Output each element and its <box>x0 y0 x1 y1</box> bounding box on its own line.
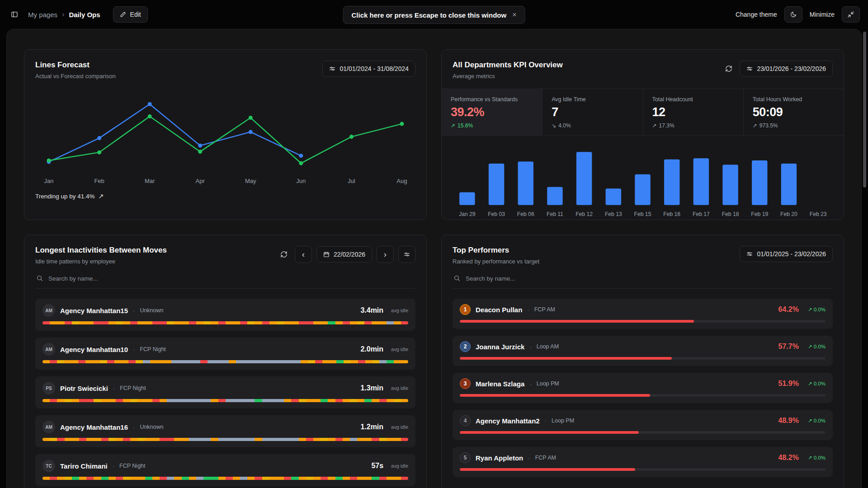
search-input[interactable] <box>48 275 415 282</box>
date-range-button[interactable]: 01/01/2025 - 23/02/2026 <box>740 246 833 262</box>
idle-row[interactable]: TC Tariro Chimani · FCP Night 57s avg id… <box>35 454 415 486</box>
kpi-delta: ↗ 15.6% <box>451 122 533 129</box>
idle-unit: avg idle <box>391 308 408 313</box>
svg-text:Jan 29: Jan 29 <box>459 211 476 217</box>
lines-forecast-chart: JanFebMarAprMayJunJulAug <box>35 89 415 187</box>
theme-toggle-button[interactable] <box>784 6 802 23</box>
idle-value: 1.2min <box>360 423 383 431</box>
sliders-icon <box>746 251 753 257</box>
breadcrumb-current: Daily Ops <box>69 11 100 19</box>
performance-delta: ↗ 0.0% <box>808 418 826 424</box>
idle-row[interactable]: AM Agency Manhattan10 · FCP Night 2.0min… <box>35 338 415 370</box>
svg-text:Feb 06: Feb 06 <box>517 211 534 217</box>
kpi-card-idle-time[interactable]: Avg Idle Time 7 ↘ 4.0% <box>542 89 642 135</box>
performance-value: 51.9% <box>778 380 799 388</box>
svg-text:Jul: Jul <box>348 178 355 184</box>
svg-text:Feb: Feb <box>94 178 104 184</box>
performer-row[interactable]: 4 Agency Manhattan2 · Loop PM 48.9% ↗ 0.… <box>453 410 833 440</box>
edit-button-label: Edit <box>130 11 141 18</box>
chart-footer: Trending up by 41.4% ↗ <box>35 192 415 200</box>
performance-delta: ↗ 0.0% <box>808 306 826 313</box>
employee-name: Ryan Appleton <box>476 454 523 462</box>
dot-separator: · <box>133 307 135 314</box>
sidebar-toggle-button[interactable] <box>8 8 21 21</box>
rank-badge: 3 <box>460 378 471 389</box>
kpi-bar-chart: Jan 29Feb 03Feb 06Feb 11Feb 12Feb 13Feb … <box>453 143 833 220</box>
department: Unknown <box>140 307 163 314</box>
performer-row[interactable]: 2 Joanna Jurzick · Loop AM 57.7% ↗ 0.0% <box>453 336 833 366</box>
idle-row[interactable]: AM Agency Manhattan16 · Unknown 1.2min a… <box>35 415 415 447</box>
pencil-icon <box>120 11 126 18</box>
collapse-window-button[interactable] <box>842 6 860 23</box>
rank-badge: 2 <box>460 341 471 352</box>
performer-row[interactable]: 5 Ryan Appleton · FCP AM 48.2% ↗ 0.0% <box>453 447 833 477</box>
dot-separator: · <box>133 424 135 431</box>
moon-icon <box>790 11 797 18</box>
close-window-banner[interactable]: Click here or press Escape to close this… <box>343 6 525 24</box>
department: FCP Night <box>120 385 146 391</box>
next-day-button[interactable]: › <box>377 246 394 263</box>
refresh-button[interactable] <box>278 248 290 261</box>
date-range-button[interactable]: 23/01/2026 - 23/02/2026 <box>740 61 833 77</box>
previous-day-button[interactable]: ‹ <box>295 246 312 263</box>
panel-subtitle: Idle time patterns by employee <box>35 258 167 265</box>
edit-button[interactable]: Edit <box>113 6 148 23</box>
performer-row[interactable]: 1 Deacon Pullan · FCP AM 64.2% ↗ 0.0% <box>453 299 833 329</box>
change-theme-button[interactable]: Change theme <box>736 11 777 18</box>
svg-text:Jun: Jun <box>296 178 306 184</box>
performance-bar-track <box>460 468 826 471</box>
kpi-delta-value: 4.0% <box>558 122 571 129</box>
idle-value: 3.4min <box>360 306 383 314</box>
panel-subtitle: Average metrics <box>453 73 563 80</box>
breadcrumb-parent[interactable]: My pages <box>28 11 57 19</box>
idle-row[interactable]: PS Piotr Swiecicki · FCP Night 1.3min av… <box>35 376 415 408</box>
kpi-card-headcount[interactable]: Total Headcount 12 ↗ 17.3% <box>643 89 743 135</box>
svg-text:Aug: Aug <box>396 178 407 184</box>
idle-unit: avg idle <box>391 385 408 391</box>
idle-value: 2.0min <box>360 345 383 353</box>
employee-name: Agency Manhattan15 <box>60 307 128 314</box>
rank-badge: 5 <box>460 452 471 463</box>
idle-row[interactable]: AM Agency Manhattan15 · Unknown 3.4min a… <box>35 299 415 331</box>
panel-top-performers: Top Performers Ranked by performance vs … <box>441 235 844 488</box>
idle-value: 57s <box>371 462 383 470</box>
rank-badge: 1 <box>460 304 471 315</box>
panel-title: Top Performers <box>453 246 539 255</box>
kpi-card-hours-worked[interactable]: Total Hours Worked 50:09 ↗ 973.5% <box>743 89 844 135</box>
scrollbar-thumb[interactable] <box>863 32 866 188</box>
department: Loop AM <box>537 343 559 350</box>
avatar: PS <box>42 382 55 394</box>
performance-value: 48.9% <box>778 417 799 425</box>
calendar-icon <box>323 251 330 258</box>
department: FCP Night <box>140 346 165 352</box>
date-picker-button[interactable]: 22/02/2026 <box>316 246 372 263</box>
refresh-button[interactable] <box>722 62 735 75</box>
minimize-button[interactable]: Minimize <box>810 11 835 18</box>
kpi-delta-value: 973.5% <box>760 122 778 129</box>
employee-name: Marlena Szlaga <box>476 380 524 388</box>
performance-bar-fill <box>460 320 694 323</box>
panel-kpi-overview: All Departments KPI Overview Average met… <box>441 49 844 220</box>
idle-unit: avg idle <box>391 463 408 469</box>
panel-subtitle: Actual vs Forecast comparison <box>35 73 116 80</box>
dot-separator: · <box>528 455 530 461</box>
filters-button[interactable] <box>398 246 415 263</box>
svg-text:Jan: Jan <box>44 178 54 184</box>
department: Loop PM <box>552 418 574 424</box>
performance-delta: ↗ 0.0% <box>808 380 826 387</box>
svg-text:Feb 16: Feb 16 <box>663 211 680 217</box>
topbar: My pages › Daily Ops Edit Click here or … <box>0 0 868 29</box>
kpi-delta: ↘ 4.0% <box>552 122 633 129</box>
kpi-card-performance[interactable]: Performance vs Standards 39.2% ↗ 15.6% <box>442 89 542 135</box>
employee-name: Deacon Pullan <box>476 306 522 314</box>
performer-row[interactable]: 3 Marlena Szlaga · Loop PM 51.9% ↗ 0.0% <box>453 373 833 403</box>
performance-bar-fill <box>460 357 672 360</box>
kpi-delta-value: 17.3% <box>659 122 675 129</box>
search-input[interactable] <box>466 275 832 282</box>
panel-subtitle: Ranked by performance vs target <box>453 258 539 265</box>
date-range-label: 01/01/2025 - 23/02/2026 <box>757 250 826 258</box>
date-range-button[interactable]: 01/01/2024 - 31/08/2024 <box>322 61 415 77</box>
close-icon[interactable]: × <box>512 11 516 19</box>
rank-badge: 4 <box>460 415 471 426</box>
date-range-label: 01/01/2024 - 31/08/2024 <box>340 65 409 72</box>
